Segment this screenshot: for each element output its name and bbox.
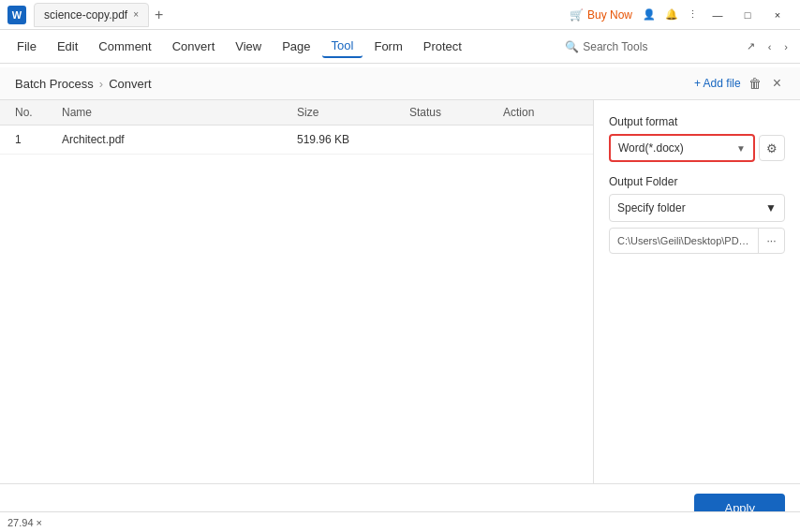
nav-forward-button[interactable]: › xyxy=(779,38,793,54)
menu-comment[interactable]: Comment xyxy=(89,36,160,57)
notification-button[interactable]: 🔔 xyxy=(660,7,683,22)
menu-form[interactable]: Form xyxy=(364,36,411,57)
breadcrumb-separator: › xyxy=(99,77,103,91)
menu-file[interactable]: File xyxy=(7,36,46,57)
search-tools-area: 🔍 Search Tools xyxy=(565,40,647,53)
col-header-no: No. xyxy=(15,106,62,119)
document-tab[interactable]: science-copy.pdf × xyxy=(34,3,149,27)
col-header-name: Name xyxy=(62,106,297,119)
buy-now-button[interactable]: 🛒 Buy Now xyxy=(564,7,638,23)
panel-close-button[interactable]: × xyxy=(769,75,785,92)
output-folder-label: Output Folder xyxy=(609,175,785,188)
panel-breadcrumb: Batch Process › Convert xyxy=(15,77,152,91)
row-no: 1 xyxy=(15,133,62,146)
folder-dropdown[interactable]: Specify folder ▼ xyxy=(609,194,785,222)
search-icon: 🔍 xyxy=(565,40,579,53)
breadcrumb-current: Convert xyxy=(109,77,152,91)
app-logo: W xyxy=(7,6,26,24)
status-bar: 27.94 × xyxy=(0,511,800,532)
new-tab-button[interactable]: + xyxy=(155,7,163,23)
folder-dropdown-arrow: ▼ xyxy=(765,201,777,214)
minimize-button[interactable]: — xyxy=(703,6,733,24)
folder-path-container: C:\Users\Geili\Desktop\PDFelement\Co ··· xyxy=(609,228,785,254)
folder-browse-button[interactable]: ··· xyxy=(758,229,784,253)
col-header-size: Size xyxy=(297,106,409,119)
delete-files-button[interactable]: 🗑 xyxy=(748,76,762,91)
title-bar: W science-copy.pdf × + 🛒 Buy Now 👤 🔔 ⋮ —… xyxy=(0,0,800,30)
menu-bar: File Edit Comment Convert View Page Tool… xyxy=(0,30,800,64)
output-folder-section: Output Folder Specify folder ▼ C:\Users\… xyxy=(609,175,785,254)
format-value: Word(*.docx) xyxy=(618,141,684,155)
zoom-level: 27.94 × xyxy=(7,517,42,528)
window-close-button[interactable]: × xyxy=(763,6,793,24)
folder-path-text: C:\Users\Geili\Desktop\PDFelement\Co xyxy=(610,231,758,250)
tab-filename: science-copy.pdf xyxy=(44,8,127,22)
panel-header: Batch Process › Convert + Add file 🗑 × xyxy=(0,67,800,100)
nav-back-button[interactable]: ‹ xyxy=(763,38,777,54)
format-dropdown-arrow: ▼ xyxy=(736,143,746,154)
col-header-status: Status xyxy=(409,106,503,119)
settings-gear-icon: ⚙ xyxy=(766,141,778,155)
panel-header-actions: + Add file 🗑 × xyxy=(694,75,785,92)
trash-icon: 🗑 xyxy=(748,76,762,91)
menu-edit[interactable]: Edit xyxy=(48,36,87,57)
user-icon-button[interactable]: 👤 xyxy=(638,7,660,22)
table-row[interactable]: 1 Architect.pdf 519.96 KB xyxy=(0,126,593,155)
cart-icon: 🛒 xyxy=(570,8,584,22)
more-options-button[interactable]: ⋮ xyxy=(683,7,703,22)
add-file-button[interactable]: + Add file xyxy=(694,77,741,90)
breadcrumb-parent[interactable]: Batch Process xyxy=(15,77,94,91)
file-table-header: No. Name Size Status Action xyxy=(0,100,593,126)
tab-close-icon[interactable]: × xyxy=(133,9,139,20)
menu-page[interactable]: Page xyxy=(273,36,319,57)
file-list-area: No. Name Size Status Action 1 Architect.… xyxy=(0,100,594,483)
output-format-label: Output format xyxy=(609,115,785,128)
share-button[interactable]: ↗ xyxy=(742,38,760,54)
output-format-section: Output format Word(*.docx) ▼ ⚙ xyxy=(609,115,785,162)
folder-option: Specify folder xyxy=(617,201,686,214)
menu-tool[interactable]: Tool xyxy=(322,35,363,58)
format-selector: Word(*.docx) ▼ ⚙ xyxy=(609,134,785,162)
menu-convert[interactable]: Convert xyxy=(163,36,225,57)
format-dropdown[interactable]: Word(*.docx) ▼ xyxy=(609,134,755,162)
search-tools-label: Search Tools xyxy=(583,40,647,53)
row-name: Architect.pdf xyxy=(62,133,297,146)
maximize-button[interactable]: □ xyxy=(733,6,763,24)
panel-body: No. Name Size Status Action 1 Architect.… xyxy=(0,100,800,483)
row-size: 519.96 KB xyxy=(297,133,409,146)
window-controls: — □ × xyxy=(703,6,793,24)
col-header-action: Action xyxy=(503,106,578,119)
add-file-label: + Add file xyxy=(694,77,741,90)
menu-protect[interactable]: Protect xyxy=(414,36,471,57)
batch-process-panel: Batch Process › Convert + Add file 🗑 × N… xyxy=(0,67,800,532)
format-settings-button[interactable]: ⚙ xyxy=(759,135,785,161)
settings-panel: Output format Word(*.docx) ▼ ⚙ Output Fo… xyxy=(594,100,800,483)
ellipsis-icon: ··· xyxy=(766,234,776,247)
menu-view[interactable]: View xyxy=(226,36,271,57)
